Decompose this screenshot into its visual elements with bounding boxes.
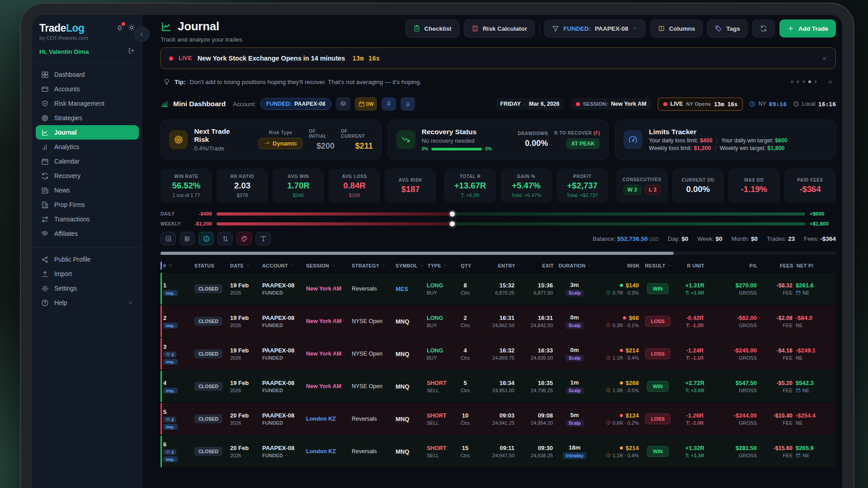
cell: 0mScalp: [556, 347, 593, 361]
sidebar-item-risk-management[interactable]: Risk Management: [36, 96, 139, 111]
sidebar-item-journal[interactable]: Journal: [36, 125, 139, 140]
drawdown-value: 0.00%: [525, 139, 548, 148]
cell: $1400.7R · 0.3%: [596, 282, 639, 296]
user-greeting: Hi, Valentin Dima: [39, 48, 89, 55]
column-header-account[interactable]: ACCOUNT: [262, 263, 303, 269]
of-current-value: $211: [355, 141, 373, 151]
column-header-symbol[interactable]: SYMBOL: [396, 263, 425, 269]
exit-price: 24,835.00: [531, 355, 553, 361]
add-trade-button[interactable]: Add Trade: [779, 19, 836, 38]
cell: Reversals: [352, 416, 392, 422]
sidebar-item-prop-firms[interactable]: Prop Firms: [36, 197, 139, 212]
sidebar-nav: DashboardAccountsRisk ManagementStrategi…: [32, 67, 142, 241]
text-size-button[interactable]: [255, 232, 271, 245]
close-icon[interactable]: [821, 56, 827, 61]
checklist-button[interactable]: Checklist: [406, 19, 459, 38]
cell: CLOSED: [194, 414, 227, 423]
sidebar-item-public-profile[interactable]: Public Profile: [36, 252, 139, 267]
stat-value: 1.70R: [287, 181, 309, 191]
cell: MNQ: [396, 416, 424, 422]
theme-sun-icon[interactable]: [128, 24, 135, 33]
table-row[interactable]: 2Imp.CLOSED19 Feb2026PAAPEX-08FUNDEDNew …: [160, 305, 836, 337]
sidebar-item-calendar[interactable]: Calendar: [36, 154, 139, 169]
tags-button[interactable]: Tags: [707, 19, 748, 38]
layers-button[interactable]: [336, 97, 350, 111]
cell: 2Imp.: [163, 314, 191, 328]
sidebar-item-settings[interactable]: Settings: [36, 281, 139, 296]
cell: 16:3324,835.00: [518, 347, 553, 361]
column-header-type[interactable]: TYPE: [428, 263, 453, 269]
cell: 19 Feb2026: [230, 314, 259, 328]
duration-tag: Scalp: [566, 420, 584, 427]
ny-clock: NY09:16: [749, 101, 787, 108]
sidebar-item-recovery[interactable]: Recovery: [36, 169, 139, 183]
risk-type-pill[interactable]: Dynamic: [259, 138, 302, 149]
tip-pagination-dots[interactable]: [791, 80, 817, 83]
expand-all-icon[interactable]: [168, 263, 174, 269]
sidebar-item-accounts[interactable]: Accounts: [36, 82, 139, 96]
cell: New York AM: [306, 351, 349, 357]
alerts-bell-button[interactable]: [401, 97, 415, 111]
sidebar-item-analytics[interactable]: Analytics: [36, 140, 139, 154]
account-name: PAAPEX-08: [262, 445, 294, 451]
account-filter-dropdown[interactable]: FUNDED:PAAPEX-08: [544, 19, 646, 38]
select-checkbox-button[interactable]: [160, 232, 176, 245]
cell: 09:0824,954.20: [518, 412, 553, 426]
column-header-exit: EXIT: [519, 263, 554, 268]
pin-button[interactable]: [382, 97, 396, 111]
table-row[interactable]: 62Imp.CLOSED20 Feb2026PAAPEX-08FUNDEDLon…: [160, 436, 836, 467]
notifications-bell-icon[interactable]: [116, 24, 123, 33]
column-header-date[interactable]: DATE: [230, 263, 259, 269]
table-header: #STATUSDATEACCOUNTSESSIONSTRATEGYSYMBOLT…: [160, 258, 836, 273]
risk-calculator-button[interactable]: Risk Calculator: [464, 19, 535, 38]
chart-icon: [41, 129, 49, 136]
logout-icon[interactable]: [128, 47, 135, 56]
entry-price: 24,869.75: [492, 355, 514, 361]
palette-button[interactable]: [236, 232, 252, 245]
stat-sub: 1 out of 1.77: [172, 192, 200, 198]
gear-icon: [41, 285, 49, 292]
sidebar-item-news[interactable]: News: [36, 183, 139, 197]
close-icon[interactable]: [827, 79, 833, 85]
table-row[interactable]: 32Imp.CLOSED19 Feb2026PAAPEX-08FUNDEDNew…: [160, 338, 836, 370]
cell: New York AM: [306, 383, 349, 389]
net-pl: $261.6: [796, 282, 814, 289]
stat-gain-: GAIN %+5.47%Total: +5.47%: [500, 169, 552, 203]
stat-value: 0.00%: [686, 184, 710, 194]
scrollbar-thumb[interactable]: [160, 252, 674, 255]
column-header-session[interactable]: SESSION: [306, 263, 349, 269]
daily-position-marker: [450, 211, 455, 216]
sort-button[interactable]: [217, 232, 233, 245]
sidebar-item-label: Dashboard: [54, 71, 85, 78]
refresh-button[interactable]: [752, 19, 775, 38]
column-header--[interactable]: #: [163, 263, 191, 269]
column-header-duration[interactable]: DURATION: [557, 263, 594, 269]
column-header-strategy[interactable]: STRATEGY: [352, 263, 392, 269]
sidebar-item-strategies[interactable]: Strategies: [36, 111, 139, 125]
column-header-qty: QTY: [456, 263, 476, 268]
page-subtitle: Track and analyze your trades: [160, 36, 242, 43]
info-toggle-button[interactable]: [198, 232, 214, 245]
trade-direction: SHORT: [427, 413, 447, 419]
cell: -0.42RT: -1.2R: [677, 314, 713, 328]
table-row[interactable]: 52Imp.CLOSED20 Feb2026PAAPEX-08FUNDEDLon…: [160, 403, 836, 435]
cell: MNQ: [396, 383, 424, 390]
sidebar-item-import[interactable]: Import: [36, 267, 139, 281]
columns-button[interactable]: Columns: [650, 19, 703, 38]
sidebar-item-transactions[interactable]: Transactions: [36, 212, 139, 226]
sidebar-item-help[interactable]: Help: [36, 296, 139, 310]
cell: 15Ctrs: [455, 445, 475, 458]
sidebar-item-affiliates[interactable]: Affiliates: [36, 226, 139, 241]
fees-value: -$364: [820, 235, 836, 242]
horizontal-scrollbar[interactable]: [160, 252, 836, 255]
sidebar-item-dashboard[interactable]: Dashboard: [36, 67, 139, 82]
table-row[interactable]: 1Imp.CLOSED19 Feb2026PAAPEX-08FUNDEDNew …: [160, 273, 836, 305]
table-row[interactable]: 4Imp.CLOSED19 Feb2026PAAPEX-08FUNDEDNew …: [160, 371, 836, 402]
account-badge[interactable]: FUNDED:PAAPEX-08: [260, 98, 331, 110]
sidebar-collapse-button[interactable]: [134, 27, 150, 42]
column-header-result[interactable]: RESULT: [643, 263, 675, 269]
quantity: 5: [463, 380, 467, 386]
layout-list-button[interactable]: [179, 232, 195, 245]
column-header-fees: FEES: [761, 263, 793, 268]
calendar-dw-button[interactable]: DW: [355, 97, 377, 111]
